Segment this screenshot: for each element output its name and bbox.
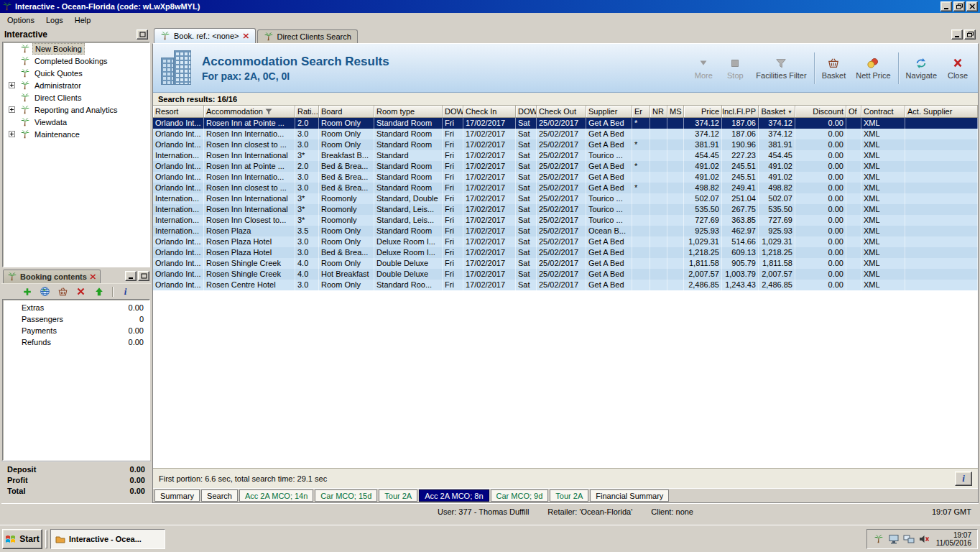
sidebar-item-viewdata[interactable]: Viewdata — [3, 116, 149, 128]
table-row[interactable]: Orlando Int...Rosen Inn Internatio...3.0… — [153, 172, 978, 183]
restore-pane-button[interactable] — [138, 271, 149, 281]
sidebar-item-maintenance[interactable]: Maintenance — [3, 128, 149, 140]
table-row[interactable]: Internation...Rosen Inn International3*B… — [153, 150, 978, 161]
basket-button[interactable]: Basket — [817, 55, 851, 81]
bottom-tab-car-mco-9d[interactable]: Car MCO; 9d — [491, 489, 549, 502]
column-header-price[interactable]: Price — [684, 106, 722, 117]
facilities-filter-button[interactable]: Facilities Filter — [751, 55, 811, 81]
info-icon[interactable]: i — [119, 285, 132, 298]
column-header-basket[interactable]: Basket▼ — [759, 106, 795, 117]
column-header-ms[interactable]: MS — [667, 106, 684, 117]
tab-booking-ref[interactable]: Book. ref.: <none> — [154, 28, 256, 43]
close-tab-icon[interactable] — [90, 274, 96, 280]
booking-row-refunds[interactable]: Refunds0.00 — [3, 336, 149, 348]
booking-contents-tab[interactable]: Booking contents — [3, 270, 101, 283]
column-header-dow[interactable]: DOW — [443, 106, 463, 117]
sidebar-item-completed-bookings[interactable]: Completed Bookings — [3, 55, 149, 67]
column-header-room-type[interactable]: Room type — [374, 106, 443, 117]
globe-button[interactable] — [39, 285, 52, 298]
task-button-interactive[interactable]: Interactive - Ocea... — [50, 529, 165, 549]
sidebar-item-reporting-and-analytics[interactable]: Reporting and Analytics — [3, 104, 149, 116]
column-header-contract[interactable]: Contract — [861, 106, 905, 117]
tray-network-icon[interactable] — [903, 533, 915, 545]
column-header-check-out[interactable]: Check Out — [537, 106, 586, 117]
column-header-check-in[interactable]: Check In — [463, 106, 516, 117]
more-button[interactable]: More — [688, 55, 719, 81]
booking-row-payments[interactable]: Payments0.00 — [3, 325, 149, 336]
bottom-tab-tour-2a[interactable]: Tour 2A — [550, 489, 588, 502]
column-header-er[interactable]: Er — [632, 106, 650, 117]
bottom-tab-search[interactable]: Search — [201, 489, 238, 502]
expand-icon[interactable] — [9, 106, 20, 113]
table-row[interactable]: Internation...Rosen Plaza3.5Room OnlySta… — [153, 226, 978, 236]
column-header-nr[interactable]: NR — [650, 106, 667, 117]
column-header-rati[interactable]: Rati... — [295, 106, 319, 117]
table-row[interactable]: Orlando Int...Rosen Plaza Hotel3.0Room O… — [153, 236, 978, 247]
nett-price-button[interactable]: Nett Price — [851, 55, 895, 81]
dropdown-icon[interactable]: ▼ — [787, 109, 792, 114]
sidebar-item-quick-quotes[interactable]: Quick Quotes — [3, 67, 149, 79]
close-window-button[interactable] — [966, 1, 978, 12]
info-button[interactable]: i — [955, 472, 972, 486]
sidebar-item-direct-clients[interactable]: Direct Clients — [3, 91, 149, 104]
tab-direct-clients-search[interactable]: Direct Clients Search — [257, 29, 358, 43]
sidebar-item-administrator[interactable]: Administrator — [3, 79, 149, 91]
table-row[interactable]: Internation...Rosen Inn International3*R… — [153, 204, 978, 215]
bottom-tab-financial-summary[interactable]: Financial Summary — [590, 489, 669, 502]
bottom-tab-car-mco-15d[interactable]: Car MCO; 15d — [315, 489, 377, 502]
booking-row-extras[interactable]: Extras0.00 — [3, 302, 149, 313]
start-button[interactable]: Start — [2, 529, 42, 549]
table-row[interactable]: Orlando Int...Rosen Inn Internatio...3.0… — [153, 129, 978, 139]
table-row[interactable]: Orlando Int...Rosen Shingle Creek4.0Room… — [153, 258, 978, 269]
filter-icon[interactable] — [265, 109, 272, 115]
column-header-board[interactable]: Board — [319, 106, 374, 117]
column-header-act-supplier[interactable]: Act. Supplier — [905, 106, 978, 117]
column-header-resort[interactable]: Resort — [153, 106, 204, 117]
minimize-button[interactable] — [940, 1, 952, 12]
column-header-dow[interactable]: DOW — [516, 106, 537, 117]
table-row[interactable]: Orlando Int...Rosen Inn closest to ...3.… — [153, 183, 978, 193]
table-row[interactable]: Orlando Int...Rosen Plaza Hotel3.0Bed & … — [153, 247, 978, 258]
close-tab-icon[interactable] — [243, 33, 249, 39]
add-button[interactable] — [21, 285, 34, 298]
column-header-supplier[interactable]: Supplier — [586, 106, 632, 117]
table-row[interactable]: Orlando Int...Rosen Inn at Pointe ...2.0… — [153, 118, 978, 129]
expand-icon[interactable] — [9, 131, 20, 137]
stop-button[interactable]: Stop — [719, 55, 751, 81]
table-row[interactable]: Orlando Int...Rosen Inn at Pointe ...2.0… — [153, 161, 978, 172]
upload-button[interactable] — [93, 285, 106, 298]
menu-help[interactable]: Help — [69, 14, 97, 26]
taskbar-grip[interactable] — [45, 530, 47, 548]
tray-display-icon[interactable] — [888, 533, 900, 545]
sidebar-item-new-booking[interactable]: New Booking — [3, 42, 149, 55]
table-row[interactable]: Orlando Int...Rosen Centre Hotel3.0Room … — [153, 280, 978, 290]
table-row[interactable]: Orlando Int...Rosen Inn closest to ...3.… — [153, 139, 978, 150]
bottom-tab-acc-2a-mco-14n[interactable]: Acc 2A MCO; 14n — [239, 489, 313, 502]
bottom-tab-summary[interactable]: Summary — [154, 489, 200, 502]
column-header-accommodation[interactable]: Accommodation — [204, 106, 295, 117]
booking-row-passengers[interactable]: Passengers0 — [3, 313, 149, 325]
restore-button[interactable] — [953, 1, 965, 12]
close-results-button[interactable]: Close — [942, 55, 974, 81]
tray-app-icon[interactable] — [873, 533, 884, 545]
column-header-of[interactable]: Of — [846, 106, 861, 117]
column-header-discount[interactable]: Discount — [795, 106, 846, 117]
expand-icon[interactable] — [9, 82, 20, 88]
bottom-tab-tour-2a[interactable]: Tour 2A — [379, 489, 417, 502]
minimize-pane-button[interactable] — [951, 29, 963, 40]
column-header-incl-fl-pp[interactable]: Incl.Fl.PP — [722, 106, 759, 117]
table-row[interactable]: Internation...Rosen Inn Closest to...3*R… — [153, 215, 978, 226]
menu-options[interactable]: Options — [1, 14, 40, 26]
delete-button[interactable] — [75, 285, 88, 298]
minimize-pane-button[interactable] — [125, 271, 137, 281]
navigate-button[interactable]: Navigate — [901, 55, 942, 81]
basket-button[interactable] — [57, 285, 70, 298]
table-row[interactable]: Orlando Int...Rosen Shingle Creek4.0Hot … — [153, 269, 978, 280]
bottom-tab-acc-2a-mco-8n[interactable]: Acc 2A MCO; 8n — [419, 489, 489, 502]
tray-volume-muted-icon[interactable] — [918, 533, 930, 545]
restore-pane-button[interactable] — [964, 29, 976, 40]
collapse-panel-button[interactable] — [137, 29, 148, 40]
menu-logs[interactable]: Logs — [40, 14, 69, 26]
cell — [846, 150, 861, 161]
table-row[interactable]: Internation...Rosen Inn International3*R… — [153, 193, 978, 204]
